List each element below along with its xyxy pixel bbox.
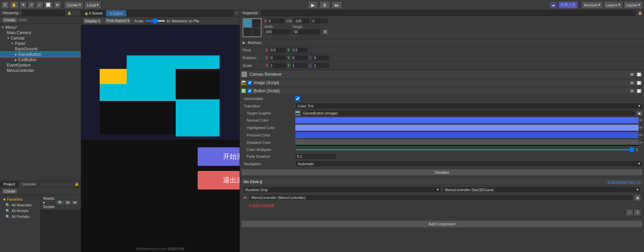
- unity-menu-btn[interactable]: ☰: [1, 1, 9, 9]
- pos-x-input[interactable]: [267, 18, 284, 24]
- scale-y-input[interactable]: [291, 63, 308, 68]
- scene-tab[interactable]: 🔒# Scene: [81, 10, 106, 17]
- anchors-row[interactable]: ▶ Anchors: [240, 40, 644, 46]
- add-component-btn[interactable]: Add Component: [241, 220, 643, 228]
- hier-item-eventsystem[interactable]: EventSystem: [0, 62, 81, 68]
- target-graphic-input[interactable]: [301, 110, 635, 116]
- project-filter-btn[interactable]: ☰: [65, 200, 71, 205]
- button-script-checkbox[interactable]: [248, 89, 252, 93]
- play-btn[interactable]: ▶: [308, 1, 318, 9]
- hierarchy-menu-icon[interactable]: ⋮: [73, 10, 81, 16]
- canvas-renderer-settings-btn[interactable]: ⚙: [629, 72, 635, 77]
- game-tab[interactable]: ≡ Game: [106, 10, 126, 17]
- hand-tool-btn[interactable]: ✋: [10, 1, 19, 9]
- hierarchy-lock-icon[interactable]: 🔒: [65, 10, 73, 16]
- button-settings-btn[interactable]: ⚙: [629, 89, 635, 93]
- game-start-btn[interactable]: 开始游戏: [198, 147, 240, 166]
- scale-tool-btn[interactable]: ⤢: [36, 1, 43, 9]
- transform-tool-btn[interactable]: ⊕: [54, 1, 61, 9]
- project-create-btn[interactable]: Create: [2, 188, 17, 194]
- disabled-color-edit-btn[interactable]: ✏: [639, 140, 643, 145]
- console-tab[interactable]: Console: [19, 181, 39, 187]
- onclick-plus-btn[interactable]: +: [634, 209, 641, 216]
- image-script-checkbox[interactable]: [248, 81, 252, 85]
- hierarchy-create-btn[interactable]: Create: [2, 17, 17, 23]
- all-materials-item[interactable]: 🔍All Materials: [0, 202, 40, 208]
- project-tab[interactable]: Project: [0, 181, 19, 187]
- aspect-dropdown[interactable]: Free Aspect ▾: [105, 18, 131, 24]
- r-btn[interactable]: R: [322, 29, 328, 34]
- all-models-item[interactable]: 🔍All Models: [0, 208, 40, 214]
- highlighted-color-bar[interactable]: [295, 125, 639, 131]
- pivot-y-input[interactable]: [291, 47, 308, 53]
- highlighted-color-edit-btn[interactable]: ✏: [639, 125, 643, 130]
- cloud-btn[interactable]: ☁: [549, 1, 557, 9]
- pivot-x-input[interactable]: [269, 47, 286, 53]
- rot-x-input[interactable]: [269, 55, 286, 60]
- hier-item-gamebutton[interactable]: ▶ GameButton: [0, 52, 81, 57]
- account-btn[interactable]: Account ▾: [581, 1, 603, 9]
- hier-item-maincamera[interactable]: Main Camera: [0, 30, 81, 35]
- inspector-tab[interactable]: Inspector: [240, 10, 261, 16]
- all-prefabs-item[interactable]: 🔍All Prefabs: [0, 214, 40, 220]
- color-multiplier-slider[interactable]: [295, 149, 635, 150]
- project-star-btn[interactable]: ★: [72, 200, 78, 205]
- fade-duration-input[interactable]: [295, 154, 336, 159]
- hier-item-canvas[interactable]: ▼Canvas: [0, 35, 81, 41]
- hier-item-menucontroller[interactable]: MenuController: [0, 68, 81, 73]
- favorites-item[interactable]: ★ Favorites: [0, 197, 40, 202]
- onclick-method-dropdown[interactable]: MenuController.Start3DGame ▾ ②调用游戏开始方法: [443, 186, 641, 193]
- hier-item-menu[interactable]: ▼Menu*: [0, 25, 81, 30]
- rot-y-input[interactable]: [291, 55, 308, 60]
- height-input[interactable]: [293, 29, 320, 34]
- pressed-color-edit-btn[interactable]: ✏: [639, 133, 643, 137]
- layout-btn[interactable]: Layout ▾: [624, 1, 643, 9]
- pause-btn[interactable]: ⏸: [319, 1, 330, 9]
- onclick-obj-select-btn[interactable]: ◉: [634, 194, 641, 201]
- pos-y-input[interactable]: [293, 18, 310, 24]
- onclick-obj-input[interactable]: [249, 195, 633, 201]
- scale-z-input[interactable]: [313, 63, 329, 68]
- rect-tool-btn[interactable]: ⬜: [44, 1, 53, 9]
- display-dropdown[interactable]: Display 1: [83, 18, 102, 24]
- next-btn[interactable]: ⏭: [331, 1, 342, 9]
- image-copy-btn[interactable]: ⬜: [636, 81, 642, 85]
- hier-item-exitbutton[interactable]: ▶ ExitButton: [0, 57, 81, 62]
- button-script-section[interactable]: ⊕ Button (Script) ⚙ ⬜: [240, 87, 644, 95]
- normal-color-bar[interactable]: [295, 117, 639, 123]
- disabled-color-bar[interactable]: [295, 140, 639, 146]
- onclick-minus-btn[interactable]: −: [626, 209, 633, 216]
- scale-slider[interactable]: [145, 20, 165, 22]
- project-search-btn[interactable]: 🔍: [56, 200, 64, 205]
- canvas-renderer-section[interactable]: Canvas Renderer ⚙ ⬜: [240, 70, 644, 78]
- image-script-section[interactable]: 📷 Image (Script) ⚙ ⬜: [240, 79, 644, 86]
- navigation-dropdown[interactable]: Automatic ▾: [295, 160, 643, 167]
- move-tool-btn[interactable]: ✛: [20, 1, 27, 9]
- layers-btn[interactable]: Layers ▾: [604, 1, 623, 9]
- normal-color-edit-btn[interactable]: ✏: [639, 118, 643, 123]
- hier-item-background[interactable]: BackGround: [0, 46, 81, 52]
- pos-z-input[interactable]: [311, 18, 328, 24]
- scene-menu-icon[interactable]: ≡: [233, 10, 240, 17]
- image-settings-btn[interactable]: ⚙: [629, 81, 635, 85]
- width-input[interactable]: [264, 29, 291, 34]
- center-btn[interactable]: Center ▾: [65, 1, 83, 9]
- hier-item-panel[interactable]: ▼Panel: [0, 41, 81, 46]
- interactable-checkbox[interactable]: [295, 96, 300, 101]
- rect-transform-icon[interactable]: [243, 18, 262, 37]
- target-graphic-select-btn[interactable]: ◉: [636, 111, 643, 116]
- game-exit-btn[interactable]: 退出游戏: [198, 171, 240, 190]
- transition-dropdown[interactable]: Color Tint ▾: [295, 103, 643, 109]
- button-copy-btn[interactable]: ⬜: [636, 89, 642, 93]
- rot-z-input[interactable]: [313, 55, 329, 60]
- pressed-color-bar[interactable]: [295, 132, 639, 138]
- local-btn[interactable]: Local ▾: [84, 1, 101, 9]
- project-lock-icon[interactable]: 🔒: [73, 181, 81, 187]
- runtime-only-dropdown[interactable]: Runtime Only ▾: [243, 186, 441, 193]
- visualize-btn[interactable]: Visualize: [241, 169, 643, 176]
- inspector-lock-icon[interactable]: 🔒: [636, 10, 644, 16]
- rotate-tool-btn[interactable]: ↺: [28, 1, 35, 9]
- hierarchy-tab[interactable]: Hierarchy: [0, 10, 22, 16]
- canvas-renderer-copy-btn[interactable]: ⬜: [636, 72, 642, 77]
- scale-x-input[interactable]: [269, 63, 286, 68]
